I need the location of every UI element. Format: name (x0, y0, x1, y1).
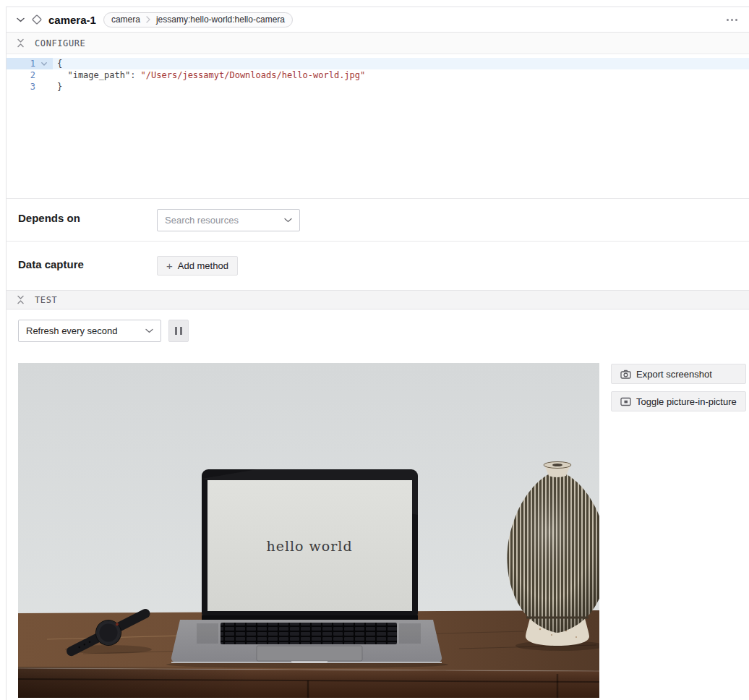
plus-icon: + (166, 260, 173, 271)
code-text: "image_path": "/Users/jessamyt/Downloads… (53, 69, 365, 81)
line-number: 1 (7, 58, 35, 69)
photo-laptop: hello world (166, 469, 448, 668)
depends-on-row: Depends on Search resources (7, 199, 749, 242)
collapse-chevron-icon[interactable] (15, 14, 25, 25)
fold-chevron-icon[interactable] (35, 58, 53, 69)
data-capture-row: Data capture + Add method (7, 242, 749, 290)
picture-in-picture-icon (620, 397, 631, 406)
chevron-down-icon (284, 218, 292, 223)
code-line: 1 { (7, 58, 749, 69)
code-line: 3 } (7, 81, 749, 93)
camera-feed-image: hello world (18, 363, 599, 698)
badge-separator-chevron-icon (146, 16, 150, 23)
search-resources-placeholder: Search resources (165, 215, 239, 226)
export-screenshot-label: Export screenshot (636, 369, 712, 380)
configure-section-label: CONFIGURE (35, 38, 85, 48)
toggle-pip-label: Toggle picture-in-picture (636, 396, 737, 407)
component-card: camera-1 camera jessamy:hello-world:hell… (6, 7, 749, 700)
pause-button[interactable] (168, 320, 189, 342)
badge-model-label: jessamy:hello-world:hello-camera (156, 14, 285, 25)
line-number: 3 (7, 81, 35, 93)
line-number: 2 (7, 69, 35, 81)
collapse-vertical-icon[interactable] (17, 38, 25, 48)
component-header: camera-1 camera jessamy:hello-world:hell… (7, 7, 749, 33)
add-method-label: Add method (178, 260, 228, 271)
toggle-pip-button[interactable]: Toggle picture-in-picture (611, 391, 746, 411)
camera-feed-row: hello world (7, 363, 749, 698)
pause-icon (175, 327, 177, 335)
export-screenshot-button[interactable]: Export screenshot (611, 364, 746, 384)
feed-actions: Export screenshot Toggle picture-in-pict… (611, 363, 746, 411)
refresh-rate-value: Refresh every second (26, 325, 117, 336)
code-line: 2 "image_path": "/Users/jessamyt/Downloa… (7, 69, 749, 81)
json-config-editor[interactable]: 1 { 2 "image_path": "/Users/jessamyt/Dow… (7, 54, 749, 199)
component-type-badge: camera jessamy:hello-world:hello-camera (103, 12, 293, 27)
chevron-down-icon (145, 328, 153, 333)
more-menu-icon[interactable] (721, 14, 743, 25)
add-method-button[interactable]: + Add method (157, 256, 238, 276)
depends-on-label: Depends on (18, 209, 157, 224)
code-text: { (53, 58, 62, 69)
test-section-bar[interactable]: TEST (7, 290, 749, 310)
component-title: camera-1 (48, 14, 96, 26)
data-capture-label: Data capture (18, 256, 157, 270)
laptop-screen-text: hello world (266, 538, 352, 554)
component-diamond-icon (31, 14, 43, 25)
configure-section-bar[interactable]: CONFIGURE (7, 33, 749, 54)
camera-icon (620, 370, 631, 379)
code-text: } (53, 81, 62, 93)
refresh-rate-select[interactable]: Refresh every second (18, 320, 161, 342)
test-section-label: TEST (35, 295, 57, 305)
depends-on-search-select[interactable]: Search resources (157, 209, 300, 231)
collapse-vertical-icon[interactable] (17, 295, 25, 304)
badge-type-label: camera (111, 14, 140, 25)
refresh-controls: Refresh every second (7, 310, 749, 363)
